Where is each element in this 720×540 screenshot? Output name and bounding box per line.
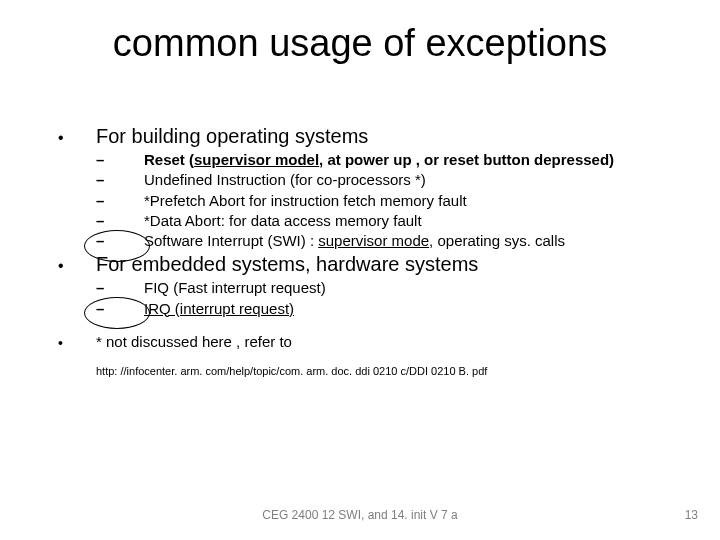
list-item: – Undefined Instruction (for co-processo… (96, 170, 678, 190)
list-item: – IRQ (interrupt request) (96, 299, 678, 319)
bullet-icon: • (58, 253, 96, 276)
list-item-text: *Data Abort: for data access memory faul… (144, 211, 422, 231)
dash-icon: – (96, 299, 144, 319)
dash-icon: – (96, 170, 144, 190)
dash-icon: – (96, 191, 144, 211)
reference-text: http: //infocenter. arm. com/help/topic/… (96, 365, 678, 377)
list-item: – FIQ (Fast interrupt request) (96, 278, 678, 298)
content-body: • For building operating systems – Reset… (58, 125, 678, 377)
list-item-text: Software Interrupt (SWI) : supervisor mo… (144, 231, 565, 251)
dash-icon: – (96, 150, 144, 170)
list-item-text: IRQ (interrupt request) (144, 299, 294, 319)
list-item: – *Prefetch Abort for instruction fetch … (96, 191, 678, 211)
section-heading: • For embedded systems, hardware systems (58, 253, 678, 276)
list-item-text: FIQ (Fast interrupt request) (144, 278, 326, 298)
slide-title: common usage of exceptions (0, 22, 720, 65)
footer-text: CEG 2400 12 SWI, and 14. init V 7 a (0, 508, 720, 522)
bullet-icon: • (58, 125, 96, 148)
list-item-text: Reset (supervisor model, at power up , o… (144, 150, 614, 170)
list-item-text: Undefined Instruction (for co-processors… (144, 170, 426, 190)
dash-icon: – (96, 231, 144, 251)
slide: common usage of exceptions • For buildin… (0, 0, 720, 540)
section-heading-text: For embedded systems, hardware systems (96, 253, 478, 276)
list-item-text: *Prefetch Abort for instruction fetch me… (144, 191, 467, 211)
dash-icon: – (96, 211, 144, 231)
note-text: * not discussed here , refer to (96, 333, 292, 351)
list-item: – Software Interrupt (SWI) : supervisor … (96, 231, 678, 251)
dash-icon: – (96, 278, 144, 298)
section-heading-text: For building operating systems (96, 125, 368, 148)
bullet-icon: • (58, 333, 96, 351)
note-line: • * not discussed here , refer to (58, 333, 678, 351)
list-item: – *Data Abort: for data access memory fa… (96, 211, 678, 231)
page-number: 13 (685, 508, 698, 522)
section-heading: • For building operating systems (58, 125, 678, 148)
list-item: – Reset (supervisor model, at power up ,… (96, 150, 678, 170)
